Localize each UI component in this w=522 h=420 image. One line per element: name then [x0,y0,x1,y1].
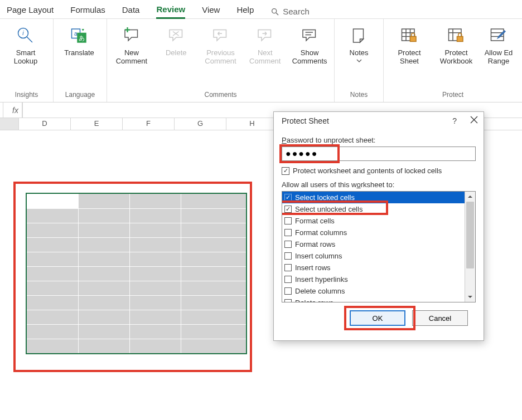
tab-formulas[interactable]: Formulas [70,5,105,18]
delete-comment-icon [165,25,187,47]
smart-lookup-button[interactable]: i Smart Lookup [4,22,47,67]
checkbox-icon [284,252,292,260]
allow-edit-ranges-label-1: Allow Ed [485,49,513,57]
dialog-titlebar[interactable]: Protect Sheet ? [274,112,484,129]
permission-label: Format rows [295,240,335,248]
permission-option[interactable]: Format columns [282,227,465,238]
col-header[interactable]: F [123,118,175,130]
tab-data[interactable]: Data [122,5,140,18]
checkbox-icon: ✓ [284,206,292,213]
dialog-help-button[interactable]: ? [452,116,457,125]
scroll-up-button[interactable] [465,192,475,202]
svg-text:a: a [74,30,78,37]
next-comment-icon [254,25,276,47]
svg-rect-24 [457,37,463,42]
permission-option[interactable]: Insert columns [282,250,465,262]
notes-label: Notes [350,49,369,57]
checkbox-icon: ✓ [284,194,292,201]
group-notes: Notes Notes [335,19,384,102]
allow-label: Allow all users of this worksheet to: [282,180,476,189]
protect-sheet-label: Protect Sheet [388,49,431,66]
select-all-corner[interactable] [0,118,19,130]
password-input[interactable] [282,146,476,161]
svg-text:あ: あ [79,35,85,41]
permission-option[interactable]: Delete columns [282,285,465,297]
permission-label: Format columns [295,228,347,237]
permission-option[interactable]: Format cells [282,215,465,227]
delete-comment-label: Delete [166,49,187,57]
tab-review[interactable]: Review [156,4,185,19]
group-insights: i Smart Lookup Insights [0,19,54,102]
tab-page-layout[interactable]: Page Layout [7,5,54,18]
show-comments-button[interactable]: Show Comments [289,22,330,67]
permission-label: Insert rows [295,263,331,272]
checkbox-icon: ✓ [282,167,289,175]
active-cell[interactable] [27,194,78,208]
scroll-thumb[interactable] [466,202,474,268]
cell-selection[interactable] [26,193,247,354]
protect-workbook-button[interactable]: Protect Workbook [435,22,477,67]
search-button[interactable]: Search [270,7,310,16]
protect-workbook-label: Protect Workbook [435,49,477,66]
new-comment-icon [120,25,143,47]
svg-line-3 [27,37,32,42]
permission-option[interactable]: Format rows [282,238,465,250]
smart-lookup-icon: i [14,25,37,47]
svg-point-0 [272,8,277,13]
fx-label: fx [3,102,22,118]
new-comment-button[interactable]: New Comment [112,22,152,67]
ok-button[interactable]: OK [350,310,405,326]
search-label: Search [283,7,310,16]
permission-option[interactable]: Insert hyperlinks [282,274,465,285]
protect-contents-checkbox[interactable]: ✓ Protect worksheet and contents of lock… [282,167,476,175]
delete-comment-button: Delete [156,22,196,67]
col-header[interactable]: D [19,118,71,130]
svg-text:i: i [22,30,24,36]
col-header[interactable]: H [226,118,278,130]
checkbox-icon [284,276,292,283]
tab-help[interactable]: Help [236,5,254,18]
show-comments-icon [298,25,321,47]
allow-edit-ranges-button[interactable]: Allow Ed Range [482,22,515,67]
protect-workbook-icon [445,25,467,47]
group-comments: New Comment Delete Previous Comment Next… [107,19,335,102]
translate-button[interactable]: a あ Translate [58,22,100,67]
col-header[interactable]: G [175,118,226,130]
col-header[interactable]: E [71,118,123,130]
notes-button[interactable]: Notes [339,22,379,67]
permissions-listbox[interactable]: ✓Select locked cells✓Select unlocked cel… [282,191,476,302]
permission-label: Insert columns [295,252,342,260]
scroll-down-button[interactable] [465,292,475,302]
permission-label: Select locked cells [295,193,355,202]
listbox-scrollbar[interactable] [465,192,475,302]
permission-label: Insert hyperlinks [295,275,348,284]
permission-option[interactable]: Insert rows [282,262,465,274]
dialog-title-text: Protect Sheet [282,116,329,125]
cancel-button[interactable]: Cancel [412,310,468,326]
group-insights-label: Insights [4,90,49,101]
group-comments-label: Comments [112,90,330,101]
smart-lookup-label: Smart Lookup [4,49,47,66]
new-comment-label: New Comment [112,49,152,66]
chevron-up-icon [467,194,473,199]
permission-option[interactable]: Delete rows [282,297,465,302]
next-comment-label: Next Comment [245,49,285,66]
tab-view[interactable]: View [202,5,220,18]
group-protect: Protect Sheet Protect Workbook [384,19,522,102]
previous-comment-label: Previous Comment [201,49,241,66]
checkbox-icon [284,299,292,302]
password-label: Password to unprotect sheet: [282,136,476,144]
protect-sheet-dialog: Protect Sheet ? Password to unprotect sh… [273,111,484,341]
permission-option[interactable]: ✓Select unlocked cells [282,203,465,215]
search-icon [270,7,279,16]
dialog-close-button[interactable] [470,116,478,125]
permission-option[interactable]: ✓Select locked cells [282,192,465,203]
checkbox-icon [284,241,292,248]
previous-comment-icon [209,25,231,47]
protect-sheet-button[interactable]: Protect Sheet [388,22,431,67]
checkbox-icon [284,287,292,295]
permission-label: Select unlocked cells [295,205,362,213]
group-language: a あ Translate Language [54,19,107,102]
allow-edit-ranges-label-2: Range [485,57,513,66]
permission-label: Delete columns [295,287,345,295]
